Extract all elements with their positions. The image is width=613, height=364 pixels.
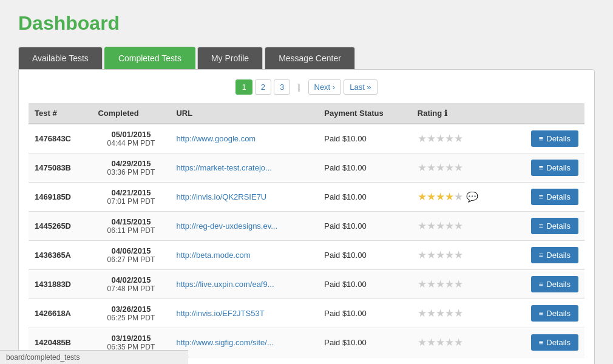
cell-payment: Paid $10.00 <box>318 183 411 212</box>
cell-rating[interactable]: ★★★★★ <box>411 124 507 153</box>
cell-details: ≡ Details <box>507 124 584 153</box>
star-icon[interactable]: ★ <box>418 249 427 261</box>
tab-my-profile[interactable]: My Profile <box>197 47 263 69</box>
page-3[interactable]: 3 <box>274 79 290 95</box>
table-row: 1436365A04/06/201506:27 PM PDThttp://bet… <box>29 241 584 270</box>
cell-details: ≡ Details <box>507 270 584 299</box>
star-icon[interactable]: ★ <box>427 190 436 203</box>
tab-completed-tests[interactable]: Completed Tests <box>104 47 195 69</box>
star-icon[interactable]: ★ <box>436 220 445 232</box>
star-icon[interactable]: ★ <box>445 161 454 174</box>
cell-test-id: 1476843C <box>29 124 92 153</box>
star-icon[interactable]: ★ <box>445 132 454 145</box>
page-1[interactable]: 1 <box>235 79 252 95</box>
cell-rating[interactable]: ★★★★★💬 <box>411 183 507 212</box>
list-icon: ≡ <box>539 192 544 201</box>
details-button[interactable]: ≡ Details <box>531 130 578 147</box>
star-icon[interactable]: ★ <box>436 161 445 174</box>
star-icon[interactable]: ★ <box>445 220 454 232</box>
list-icon: ≡ <box>539 338 544 347</box>
cell-payment: Paid $10.00 <box>318 153 411 183</box>
details-button[interactable]: ≡ Details <box>531 247 578 263</box>
table-row: 1426618A03/26/201506:25 PM PDThttp://inv… <box>29 299 584 328</box>
star-icon[interactable]: ★ <box>445 307 454 320</box>
star-icon[interactable]: ★ <box>436 307 445 320</box>
table-row: 1431883D04/02/201507:48 PM PDThttps://li… <box>29 270 584 299</box>
cell-url[interactable]: https://market-test.cratejo... <box>170 153 318 183</box>
cell-rating[interactable]: ★★★★★ <box>411 270 507 299</box>
star-icon[interactable]: ★ <box>454 220 463 232</box>
star-icon[interactable]: ★ <box>454 190 463 203</box>
pagination-last[interactable]: Last » <box>344 79 377 95</box>
cell-test-id: 1436365A <box>29 241 92 270</box>
star-icon[interactable]: ★ <box>445 278 454 291</box>
table-row: 1469185D04/21/201507:01 PM PDThttp://inv… <box>29 183 584 212</box>
cell-rating[interactable]: ★★★★★ <box>411 328 507 357</box>
completed-tests-table: Test # Completed URL Payment Status Rati… <box>29 103 584 357</box>
cell-url[interactable]: http://beta.mode.com <box>170 241 318 270</box>
star-icon[interactable]: ★ <box>427 161 436 174</box>
cell-url[interactable]: http://www.google.com <box>170 124 318 153</box>
star-icon[interactable]: ★ <box>418 278 427 291</box>
details-button[interactable]: ≡ Details <box>531 189 578 205</box>
cell-rating[interactable]: ★★★★★ <box>411 299 507 328</box>
star-icon[interactable]: ★ <box>436 278 445 291</box>
cell-test-id: 1445265D <box>29 212 92 241</box>
star-icon[interactable]: ★ <box>436 132 445 145</box>
cell-details: ≡ Details <box>507 241 584 270</box>
star-icon[interactable]: ★ <box>418 132 427 145</box>
tabs-nav: Available Tests Completed Tests My Profi… <box>18 47 595 69</box>
col-test-id: Test # <box>29 103 92 124</box>
cell-test-id: 1426618A <box>29 299 92 328</box>
star-icon[interactable]: ★ <box>445 249 454 261</box>
cell-rating[interactable]: ★★★★★ <box>411 153 507 183</box>
details-button[interactable]: ≡ Details <box>531 160 578 176</box>
star-icon[interactable]: ★ <box>427 132 436 145</box>
star-icon[interactable]: ★ <box>454 307 463 320</box>
details-button[interactable]: ≡ Details <box>531 218 578 234</box>
details-button[interactable]: ≡ Details <box>531 334 578 351</box>
star-icon[interactable]: ★ <box>418 336 427 349</box>
star-icon[interactable]: ★ <box>436 336 445 349</box>
star-icon[interactable]: ★ <box>454 336 463 349</box>
star-icon[interactable]: ★ <box>454 249 463 261</box>
tab-available-tests[interactable]: Available Tests <box>18 47 103 69</box>
star-icon[interactable]: ★ <box>436 190 445 203</box>
star-icon[interactable]: ★ <box>427 307 436 320</box>
cell-url[interactable]: https://live.uxpin.com/eaf9... <box>170 270 318 299</box>
star-icon[interactable]: ★ <box>427 336 436 349</box>
cell-payment: Paid $10.00 <box>318 241 411 270</box>
table-row: 1475083B04/29/201503:36 PM PDThttps://ma… <box>29 153 584 183</box>
star-icon[interactable]: ★ <box>427 220 436 232</box>
cell-rating[interactable]: ★★★★★ <box>411 212 507 241</box>
cell-details: ≡ Details <box>507 328 584 357</box>
cell-details: ≡ Details <box>507 212 584 241</box>
cell-rating[interactable]: ★★★★★ <box>411 241 507 270</box>
star-icon[interactable]: ★ <box>418 190 427 203</box>
cell-url[interactable]: http://www.sigfig.com/site/... <box>170 328 318 357</box>
cell-url[interactable]: http://reg-dev-uxdesigns.ev... <box>170 212 318 241</box>
star-icon[interactable]: ★ <box>418 220 427 232</box>
cell-details: ≡ Details <box>507 153 584 183</box>
star-icon[interactable]: ★ <box>454 161 463 174</box>
star-icon[interactable]: ★ <box>418 307 427 320</box>
table-row: 1445265D04/15/201506:11 PM PDThttp://reg… <box>29 212 584 241</box>
pagination-next[interactable]: Next › <box>308 79 342 95</box>
tab-message-center[interactable]: Message Center <box>265 47 355 69</box>
star-icon[interactable]: ★ <box>445 190 454 203</box>
cell-url[interactable]: http://invis.io/QK2RSIE7U <box>170 183 318 212</box>
page-2[interactable]: 2 <box>255 79 271 95</box>
star-icon[interactable]: ★ <box>427 249 436 261</box>
star-icon[interactable]: ★ <box>436 249 445 261</box>
star-icon[interactable]: ★ <box>427 278 436 291</box>
details-button[interactable]: ≡ Details <box>531 276 578 292</box>
cell-completed: 04/02/201507:48 PM PDT <box>92 270 170 299</box>
list-icon: ≡ <box>539 221 544 231</box>
star-icon[interactable]: ★ <box>454 132 463 145</box>
star-icon[interactable]: ★ <box>445 336 454 349</box>
details-button[interactable]: ≡ Details <box>531 305 578 322</box>
cell-url[interactable]: http://invis.io/EF2JTS53T <box>170 299 318 328</box>
list-icon: ≡ <box>539 280 544 289</box>
star-icon[interactable]: ★ <box>454 278 463 291</box>
star-icon[interactable]: ★ <box>418 161 427 174</box>
